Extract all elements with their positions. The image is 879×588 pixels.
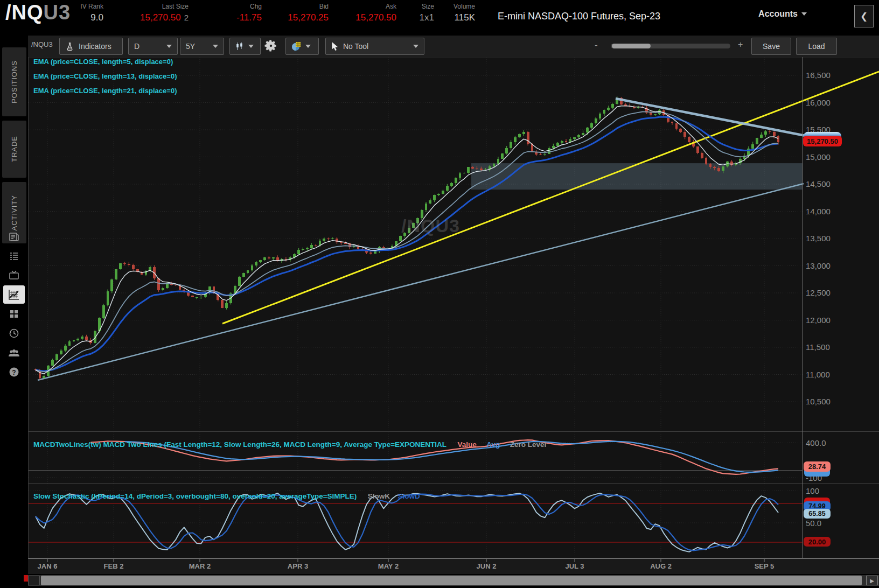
chart-type-dropdown[interactable] [229,38,261,55]
time-axis-label: FEB 2 [104,562,124,570]
layout-grid-icon [291,41,301,51]
sidebar-history-button[interactable] [0,324,28,342]
save-button[interactable]: Save [751,38,791,55]
app-window: /NQU3 IV Rank9.0Last Size15,270.502Chg-1… [0,0,879,588]
price-axis-label: 11,000 [806,370,830,379]
price-axis-label: 14,500 [806,179,831,188]
stoch-legend-k: SlowK [368,492,390,500]
field-value: -11.75 [236,12,262,23]
candle-wicks [36,96,778,380]
news-icon [8,231,20,243]
apps-grid-icon [8,308,20,320]
price-axis-label: 16,000 [806,98,831,107]
collapse-panel-button[interactable]: ❮ [854,5,874,27]
field-label: Chg [236,3,262,10]
field-label: Last Size [140,3,189,10]
chart-layout-dropdown[interactable] [285,38,319,55]
save-label: Save [763,42,780,51]
ema-study-label-2: EMA (price=CLOSE, length=21, displace=0) [33,87,177,95]
zoom-slider[interactable] [611,44,730,48]
chevron-down-icon [305,45,311,48]
quote-bar: /NQU3 IV Rank9.0Last Size15,270.502Chg-1… [0,0,879,32]
zoom-in-button[interactable]: + [738,40,743,50]
field-value: 9.0 [80,12,103,23]
price-axis-label: 13,500 [806,234,831,243]
ema21-line [36,117,778,371]
field-label: Bid [288,3,329,10]
load-button[interactable]: Load [796,38,837,55]
ema13-line [36,112,778,372]
macd-study-title: MACDTwoLines(tw) MACD Two Lines (Fast Le… [33,440,447,449]
quote-field-size: Size1x1 [420,3,434,23]
sidebar-tv-button[interactable] [0,266,28,284]
quote-field-bid: Bid15,270.25 [288,3,329,23]
slowk-line [36,493,778,552]
load-label: Load [808,42,825,51]
zoom-out-button[interactable]: - [595,40,598,51]
time-axis-label: MAY 2 [378,562,399,570]
zoom-slider-handle[interactable] [612,44,651,48]
field-label: IV Rank [80,3,103,10]
watchlist-icon [8,250,20,262]
sidebar-tab-positions[interactable]: POSITIONS [2,47,26,116]
timeframe-value: D [134,42,139,51]
field-value: 15,270.25 [288,12,329,23]
slowd-line [36,494,778,551]
sidebar-community-button[interactable] [0,344,28,362]
cursor-icon [331,42,339,51]
symbol-input[interactable]: /NQU3 [31,40,56,48]
horizontal-scrollbar[interactable]: ▶ [28,575,879,586]
time-axis-label: AUG 2 [650,562,672,570]
chart-watermark: /NQU3 [401,215,460,236]
stochastic-series [36,493,778,552]
sidebar-news-button[interactable] [0,228,28,246]
sidebar-charts-button[interactable] [3,285,25,304]
field-value: 115K [454,12,475,23]
sidebar-tab-trade[interactable]: TRADE [2,121,26,178]
macd-value-badge: 28.74 [804,461,831,472]
sidebar-tab-label: TRADE [10,136,18,162]
scrollbar-right-button[interactable]: ▶ [866,576,878,585]
sidebar-watchlist-button[interactable] [0,247,28,265]
macd-legend-zero: Zero Level [510,440,547,449]
symbol-description: E-mini NASDAQ-100 Futures, Sep-23 [498,11,660,22]
gear-icon [264,39,278,53]
sidebar-help-button[interactable]: ? [0,363,28,381]
price-axis-label: 15,000 [806,152,831,162]
field-label: Ask [355,3,396,10]
field-value: 15,270.502 [140,12,189,23]
stoch-oversold-badge: 20.00 [804,537,831,547]
field-label: Volume [454,3,475,10]
accounts-dropdown[interactable]: Accounts [758,9,807,19]
chevron-down-icon [213,45,218,48]
stoch-axis-top: 100 [806,486,819,495]
quote-field-iv-rank: IV Rank9.0 [80,3,103,23]
price-axis-label: 12,500 [806,288,831,297]
indicators-button[interactable]: Indicators [59,38,123,55]
stoch-legend-d: SlowD [398,492,420,500]
range-dropdown[interactable]: 5Y [180,38,224,55]
price-axis-label: 13,000 [806,261,831,270]
price-axis-label: 16,500 [806,71,831,80]
flask-icon [65,42,74,51]
last-price-badge: 15,270.50 [803,136,842,146]
time-axis-label: SEP 5 [755,562,775,570]
scrollbar-thumb[interactable] [41,576,862,585]
scrollbar-left-button[interactable] [28,576,40,585]
stoch-study-title: Slow Stochastic (kPeriod=14, dPeriod=3, … [33,492,357,500]
sidebar-apps-grid-button[interactable] [0,305,28,323]
stoch-axis-mid: 50.0 [806,519,821,528]
yellow-trendline [222,72,879,324]
timeframe-dropdown[interactable]: D [128,38,178,55]
drawing-tool-dropdown[interactable]: No Tool [325,38,424,55]
ema-study-label-0: EMA (price=CLOSE, length=5, displace=0) [33,58,173,66]
ema-study-label-1: EMA (price=CLOSE, length=13, displace=0) [33,72,177,80]
stoch-study-label: Slow Stochastic (kPeriod=14, dPeriod=3, … [33,491,420,501]
help-icon: ? [8,366,20,378]
time-axis-label: JAN 6 [38,562,58,570]
time-axis-label: MAR 2 [189,562,211,570]
field-value: 15,270.50 [355,12,396,23]
settings-gear-button[interactable] [264,39,278,55]
macd-study-label: MACDTwoLines(tw) MACD Two Lines (Fast Le… [33,439,546,449]
notification-dot [24,575,28,582]
